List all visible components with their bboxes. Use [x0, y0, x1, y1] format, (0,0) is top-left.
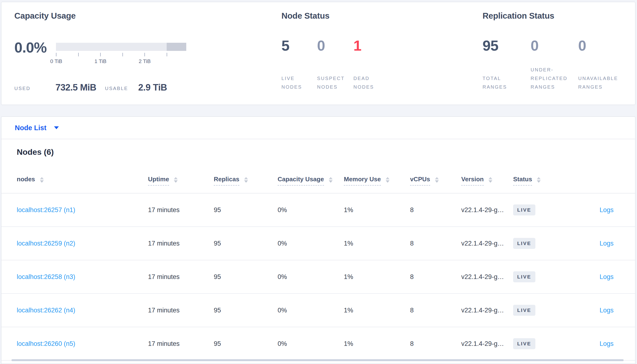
live-nodes-value: 5: [281, 38, 317, 53]
status-badge: LIVE: [513, 271, 535, 282]
memory-use-cell: 1%: [344, 273, 410, 281]
column-header-capacity-usage[interactable]: Capacity Usage: [278, 176, 344, 186]
chevron-down-icon: [54, 126, 59, 129]
capacity-usage-bar-chart: 0 TiB 1 TiB 2 TiB: [56, 43, 186, 66]
uptime-cell: 17 minutes: [148, 240, 214, 247]
suspect-nodes-label: SUSPECT NODES: [317, 74, 354, 91]
table-row: localhost:26259 (n2) 17 minutes 95 0% 1%…: [2, 227, 635, 260]
version-cell: v22.1.4-29-g…: [461, 240, 513, 247]
capacity-usage-cell: 0%: [278, 240, 344, 247]
axis-label-0tib: 0 TiB: [50, 58, 62, 64]
nodes-table-body: localhost:26257 (n1) 17 minutes 95 0% 1%…: [2, 194, 635, 361]
dead-nodes-value: 1: [354, 38, 389, 53]
table-row: localhost:26260 (n5) 17 minutes 95 0% 1%…: [2, 327, 635, 361]
replicas-cell: 95: [214, 206, 278, 214]
column-header-uptime[interactable]: Uptime: [148, 176, 214, 186]
usable-value: 2.9 TiB: [138, 82, 167, 93]
axis-tick: [144, 53, 145, 56]
column-header-replicas[interactable]: Replicas: [214, 176, 278, 186]
capacity-axis-labels: 0 TiB 1 TiB 2 TiB: [56, 58, 186, 66]
node-address-link[interactable]: localhost:26258 (n3): [17, 273, 75, 280]
column-header-nodes[interactable]: nodes: [17, 176, 148, 185]
sort-icon: [40, 177, 44, 183]
node-status-panel: Node Status 5 LIVE NODES 0 SUSPECT NODES…: [281, 2, 478, 104]
node-status-metrics: 5 LIVE NODES 0 SUSPECT NODES 1 DEAD NODE…: [281, 38, 389, 91]
cluster-overview-page: Capacity Usage 0.0% 0 TiB 1 TiB: [0, 0, 637, 364]
replication-status-panel: Replication Status 95 TOTAL RANGES 0 UND…: [483, 2, 635, 104]
view-selector-label[interactable]: Node List: [15, 124, 46, 132]
status-badge: LIVE: [513, 305, 535, 316]
sort-icon: [174, 177, 178, 183]
sort-icon: [329, 177, 333, 183]
replication-status-title: Replication Status: [483, 11, 554, 20]
used-value: 732.5 MiB: [56, 82, 96, 93]
axis-tick: [122, 53, 123, 56]
uptime-cell: 17 minutes: [148, 307, 214, 314]
capacity-bar-reserved-segment: [167, 43, 186, 51]
dead-nodes-label: DEAD NODES: [354, 74, 389, 91]
live-nodes-label: LIVE NODES: [281, 74, 317, 91]
capacity-usage-title: Capacity Usage: [14, 11, 76, 20]
logs-link[interactable]: Logs: [599, 240, 613, 247]
memory-use-cell: 1%: [344, 240, 410, 247]
axis-label-1tib: 1 TiB: [95, 58, 106, 64]
cluster-summary-card: Capacity Usage 0.0% 0 TiB 1 TiB: [1, 2, 635, 105]
sort-icon: [386, 177, 390, 183]
vcpus-cell: 8: [410, 240, 461, 247]
unavailable-ranges-metric: 0 UNAVAILABLE RANGES: [578, 38, 629, 91]
total-ranges-metric: 95 TOTAL RANGES: [483, 38, 526, 91]
total-ranges-value: 95: [483, 38, 526, 53]
memory-use-cell: 1%: [344, 206, 410, 214]
axis-tick: [167, 53, 167, 56]
node-address-link[interactable]: localhost:26262 (n4): [17, 307, 75, 314]
suspect-nodes-value: 0: [317, 38, 354, 53]
axis-tick: [78, 53, 79, 56]
capacity-usage-cell: 0%: [278, 206, 344, 214]
unavailable-ranges-value: 0: [578, 38, 629, 53]
replicas-cell: 95: [214, 240, 278, 247]
vcpus-cell: 8: [410, 206, 461, 214]
node-address-link[interactable]: localhost:26260 (n5): [17, 340, 75, 347]
capacity-bar: [56, 43, 186, 51]
live-nodes-metric: 5 LIVE NODES: [281, 38, 317, 91]
horizontal-scrollbar[interactable]: [12, 359, 623, 361]
uptime-cell: 17 minutes: [148, 206, 214, 214]
version-cell: v22.1.4-29-g…: [461, 206, 513, 214]
column-header-memory-use[interactable]: Memory Use: [344, 176, 410, 186]
sort-icon: [435, 177, 439, 183]
node-status-title: Node Status: [281, 11, 330, 20]
memory-use-cell: 1%: [344, 307, 410, 314]
column-header-vcpus[interactable]: vCPUs: [410, 176, 461, 186]
total-ranges-label: TOTAL RANGES: [483, 74, 526, 91]
logs-link[interactable]: Logs: [599, 340, 613, 347]
under-replicated-ranges-value: 0: [531, 38, 578, 53]
memory-use-cell: 1%: [344, 340, 410, 348]
capacity-usage-cell: 0%: [278, 340, 344, 348]
vcpus-cell: 8: [410, 273, 461, 281]
nodes-table-card: Nodes (6) nodes Uptime Replicas Capacity…: [1, 139, 635, 364]
nodes-section-title: Nodes (6): [17, 147, 54, 157]
capacity-usage-cell: 0%: [278, 307, 344, 314]
capacity-stats: USED 732.5 MiB USABLE 2.9 TiB: [14, 81, 182, 93]
capacity-usage-panel: Capacity Usage 0.0% 0 TiB 1 TiB: [14, 2, 277, 104]
dead-nodes-metric: 1 DEAD NODES: [354, 38, 389, 91]
axis-tick: [100, 53, 101, 56]
status-badge: LIVE: [513, 338, 535, 349]
axis-tick: [56, 53, 57, 56]
node-address-link[interactable]: localhost:26259 (n2): [17, 240, 75, 247]
table-row: localhost:26257 (n1) 17 minutes 95 0% 1%…: [2, 194, 635, 227]
status-badge: LIVE: [513, 204, 535, 216]
replicas-cell: 95: [214, 273, 278, 281]
column-header-status[interactable]: Status: [513, 176, 565, 186]
logs-link[interactable]: Logs: [599, 307, 613, 314]
view-selector-dropdown[interactable]: Node List: [1, 116, 635, 139]
logs-link[interactable]: Logs: [599, 273, 613, 280]
column-header-version[interactable]: Version: [461, 176, 513, 186]
status-badge: LIVE: [513, 238, 535, 249]
capacity-bar-usable-segment: [56, 43, 167, 51]
replicas-cell: 95: [214, 340, 278, 348]
node-address-link[interactable]: localhost:26257 (n1): [17, 206, 75, 214]
suspect-nodes-metric: 0 SUSPECT NODES: [317, 38, 354, 91]
sort-icon: [244, 177, 248, 183]
logs-link[interactable]: Logs: [599, 206, 613, 214]
